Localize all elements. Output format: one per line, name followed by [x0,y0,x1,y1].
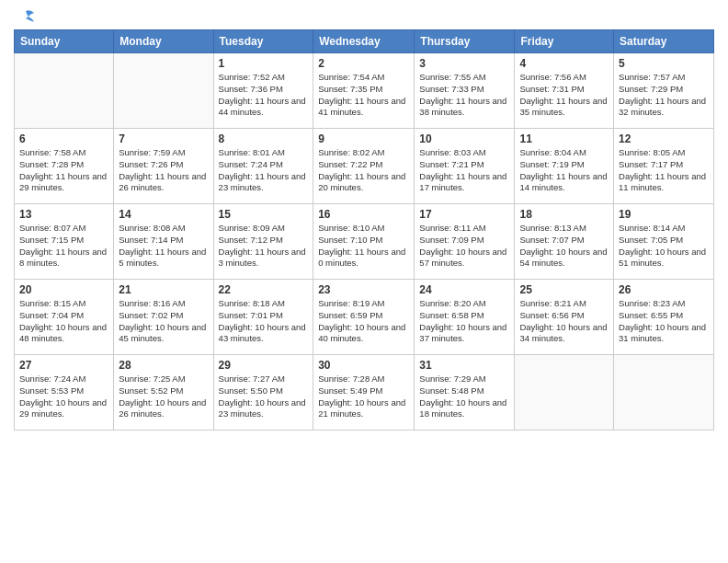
calendar-header-saturday: Saturday [614,30,714,53]
calendar-week-3: 13Sunrise: 8:07 AMSunset: 7:15 PMDayligh… [15,204,714,280]
calendar-cell: 12Sunrise: 8:05 AMSunset: 7:17 PMDayligh… [614,129,714,204]
calendar-header-wednesday: Wednesday [313,30,415,53]
day-number: 10 [419,132,509,145]
day-number: 7 [119,132,208,145]
calendar-cell: 25Sunrise: 8:21 AMSunset: 6:56 PMDayligh… [515,280,614,355]
day-info: Sunrise: 7:52 AMSunset: 7:36 PMDaylight:… [219,72,309,119]
calendar-cell: 11Sunrise: 8:04 AMSunset: 7:19 PMDayligh… [515,129,614,204]
calendar-cell: 29Sunrise: 7:27 AMSunset: 5:50 PMDayligh… [213,355,313,431]
calendar-header-tuesday: Tuesday [213,30,313,53]
calendar-cell [15,53,114,129]
calendar-cell: 13Sunrise: 8:07 AMSunset: 7:15 PMDayligh… [15,204,114,280]
calendar-cell: 4Sunrise: 7:56 AMSunset: 7:31 PMDaylight… [515,53,614,129]
day-number: 22 [219,283,309,296]
calendar-cell: 15Sunrise: 8:09 AMSunset: 7:12 PMDayligh… [213,204,313,280]
day-number: 11 [519,132,609,145]
day-info: Sunrise: 8:21 AMSunset: 6:56 PMDaylight:… [519,298,609,345]
day-info: Sunrise: 7:59 AMSunset: 7:26 PMDaylight:… [119,147,208,194]
day-info: Sunrise: 7:29 AMSunset: 5:48 PMDaylight:… [419,373,509,420]
day-info: Sunrise: 8:07 AMSunset: 7:15 PMDaylight:… [19,223,108,270]
day-number: 3 [419,57,509,70]
day-number: 26 [619,283,709,296]
day-number: 5 [619,57,709,70]
calendar-cell: 27Sunrise: 7:24 AMSunset: 5:53 PMDayligh… [15,355,114,431]
calendar-cell: 21Sunrise: 8:16 AMSunset: 7:02 PMDayligh… [114,280,213,355]
calendar-cell: 5Sunrise: 7:57 AMSunset: 7:29 PMDaylight… [614,53,714,129]
calendar-header-friday: Friday [515,30,614,53]
calendar-table: SundayMondayTuesdayWednesdayThursdayFrid… [14,29,714,431]
calendar-cell: 1Sunrise: 7:52 AMSunset: 7:36 PMDaylight… [213,53,313,129]
calendar-cell [515,355,614,431]
day-number: 23 [318,283,409,296]
day-info: Sunrise: 7:54 AMSunset: 7:35 PMDaylight:… [318,72,409,119]
calendar-week-2: 6Sunrise: 7:58 AMSunset: 7:28 PMDaylight… [15,129,714,204]
day-info: Sunrise: 7:28 AMSunset: 5:49 PMDaylight:… [318,373,409,420]
logo [14,9,36,22]
day-number: 19 [619,208,709,221]
day-number: 4 [519,57,609,70]
day-number: 30 [318,359,409,372]
day-number: 20 [19,283,108,296]
calendar-cell: 23Sunrise: 8:19 AMSunset: 6:59 PMDayligh… [313,280,415,355]
calendar-cell: 28Sunrise: 7:25 AMSunset: 5:52 PMDayligh… [114,355,213,431]
day-info: Sunrise: 7:55 AMSunset: 7:33 PMDaylight:… [419,72,509,119]
header [14,9,714,22]
day-info: Sunrise: 8:18 AMSunset: 7:01 PMDaylight:… [219,298,309,345]
calendar-cell: 31Sunrise: 7:29 AMSunset: 5:48 PMDayligh… [415,355,515,431]
calendar-cell: 9Sunrise: 8:02 AMSunset: 7:22 PMDaylight… [313,129,415,204]
day-number: 25 [519,283,609,296]
day-info: Sunrise: 8:15 AMSunset: 7:04 PMDaylight:… [19,298,108,345]
day-info: Sunrise: 8:03 AMSunset: 7:21 PMDaylight:… [419,147,509,194]
day-info: Sunrise: 8:16 AMSunset: 7:02 PMDaylight:… [119,298,208,345]
day-number: 27 [19,359,108,372]
day-number: 24 [419,283,509,296]
day-number: 1 [219,57,309,70]
calendar-cell: 7Sunrise: 7:59 AMSunset: 7:26 PMDaylight… [114,129,213,204]
day-number: 21 [119,283,208,296]
calendar-cell: 2Sunrise: 7:54 AMSunset: 7:35 PMDaylight… [313,53,415,129]
day-number: 28 [119,359,208,372]
calendar-week-1: 1Sunrise: 7:52 AMSunset: 7:36 PMDaylight… [15,53,714,129]
calendar-header-sunday: Sunday [15,30,114,53]
day-number: 31 [419,359,509,372]
day-info: Sunrise: 8:02 AMSunset: 7:22 PMDaylight:… [318,147,409,194]
calendar-header-row: SundayMondayTuesdayWednesdayThursdayFrid… [15,30,714,53]
calendar-week-5: 27Sunrise: 7:24 AMSunset: 5:53 PMDayligh… [15,355,714,431]
calendar-cell: 22Sunrise: 8:18 AMSunset: 7:01 PMDayligh… [213,280,313,355]
day-number: 14 [119,208,208,221]
day-info: Sunrise: 8:13 AMSunset: 7:07 PMDaylight:… [519,223,609,270]
calendar-cell: 6Sunrise: 7:58 AMSunset: 7:28 PMDaylight… [15,129,114,204]
calendar-cell: 19Sunrise: 8:14 AMSunset: 7:05 PMDayligh… [614,204,714,280]
day-info: Sunrise: 7:27 AMSunset: 5:50 PMDaylight:… [219,373,309,420]
calendar-cell: 17Sunrise: 8:11 AMSunset: 7:09 PMDayligh… [415,204,515,280]
day-number: 29 [219,359,309,372]
day-info: Sunrise: 7:57 AMSunset: 7:29 PMDaylight:… [619,72,709,119]
calendar-cell: 10Sunrise: 8:03 AMSunset: 7:21 PMDayligh… [415,129,515,204]
day-info: Sunrise: 8:19 AMSunset: 6:59 PMDaylight:… [318,298,409,345]
day-info: Sunrise: 8:23 AMSunset: 6:55 PMDaylight:… [619,298,709,345]
day-info: Sunrise: 7:58 AMSunset: 7:28 PMDaylight:… [19,147,108,194]
calendar-cell [114,53,213,129]
day-info: Sunrise: 8:05 AMSunset: 7:17 PMDaylight:… [619,147,709,194]
day-number: 13 [19,208,108,221]
calendar-cell: 24Sunrise: 8:20 AMSunset: 6:58 PMDayligh… [415,280,515,355]
day-info: Sunrise: 7:25 AMSunset: 5:52 PMDaylight:… [119,373,208,420]
day-number: 18 [519,208,609,221]
page: SundayMondayTuesdayWednesdayThursdayFrid… [0,0,728,563]
calendar-cell: 3Sunrise: 7:55 AMSunset: 7:33 PMDaylight… [415,53,515,129]
day-info: Sunrise: 8:20 AMSunset: 6:58 PMDaylight:… [419,298,509,345]
calendar-cell: 20Sunrise: 8:15 AMSunset: 7:04 PMDayligh… [15,280,114,355]
day-info: Sunrise: 8:10 AMSunset: 7:10 PMDaylight:… [318,223,409,270]
day-info: Sunrise: 7:56 AMSunset: 7:31 PMDaylight:… [519,72,609,119]
day-info: Sunrise: 7:24 AMSunset: 5:53 PMDaylight:… [19,373,108,420]
day-info: Sunrise: 8:14 AMSunset: 7:05 PMDaylight:… [619,223,709,270]
day-info: Sunrise: 8:08 AMSunset: 7:14 PMDaylight:… [119,223,208,270]
day-info: Sunrise: 8:11 AMSunset: 7:09 PMDaylight:… [419,223,509,270]
day-number: 2 [318,57,409,70]
day-number: 17 [419,208,509,221]
calendar-cell: 30Sunrise: 7:28 AMSunset: 5:49 PMDayligh… [313,355,415,431]
calendar-cell: 26Sunrise: 8:23 AMSunset: 6:55 PMDayligh… [614,280,714,355]
calendar-cell: 18Sunrise: 8:13 AMSunset: 7:07 PMDayligh… [515,204,614,280]
calendar-cell: 8Sunrise: 8:01 AMSunset: 7:24 PMDaylight… [213,129,313,204]
day-number: 16 [318,208,409,221]
